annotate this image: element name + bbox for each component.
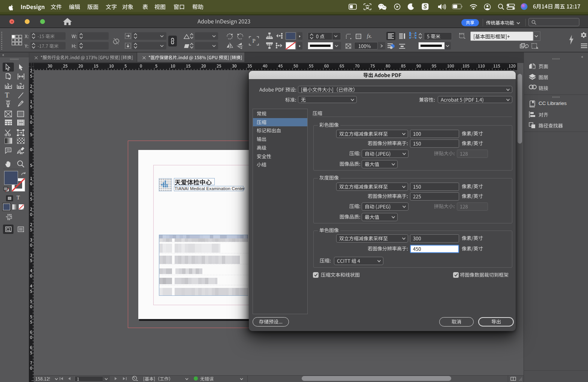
svg-text:P: P [252,38,255,44]
